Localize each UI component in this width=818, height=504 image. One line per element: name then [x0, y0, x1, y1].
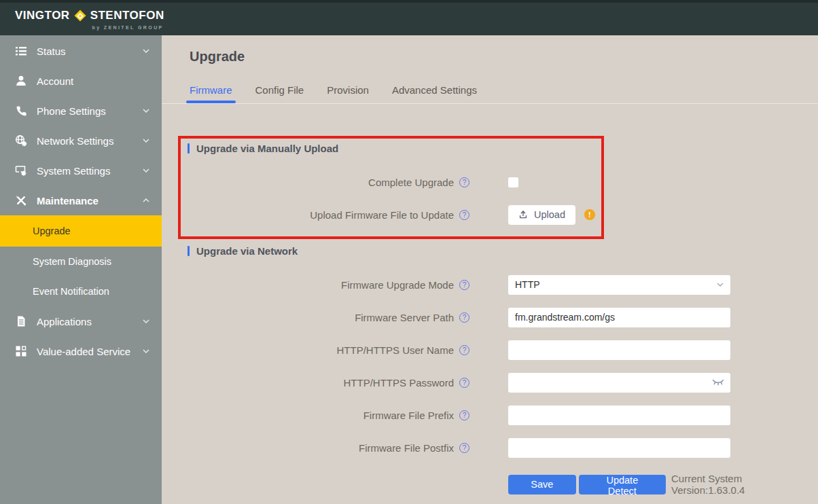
sidebar-subitem-label: System Diagnosis	[33, 256, 111, 267]
firmware-server-path-row: Firmware Server Path ?	[162, 301, 818, 334]
sidebar-item-label: Applications	[37, 316, 143, 327]
sidebar-subitem-upgrade[interactable]: Upgrade	[0, 215, 162, 247]
sidebar-item-system-settings[interactable]: System Settings	[0, 156, 162, 185]
sidebar-item-label: Phone Settings	[37, 105, 143, 117]
status-list-icon	[15, 45, 27, 57]
account-user-icon	[15, 75, 27, 87]
footer-actions: Save Update Detect Current System Versio…	[508, 468, 818, 501]
section-title: Upgrade via Manually Upload	[196, 143, 338, 154]
http-password-input[interactable]	[508, 373, 730, 393]
firmware-upgrade-mode-label: Firmware Upgrade Mode	[341, 279, 454, 291]
section-accent-bar	[188, 143, 190, 154]
tab-config-file[interactable]: Config File	[254, 84, 306, 103]
firmware-server-path-input[interactable]	[508, 308, 730, 327]
firmware-file-postfix-input[interactable]	[508, 438, 730, 458]
firmware-file-prefix-input[interactable]	[508, 406, 730, 425]
complete-upgrade-label: Complete Upgrade	[368, 177, 454, 188]
chevron-down-icon	[143, 109, 149, 113]
top-bar: VINGTOR STENTOFON by ZENITEL GROUP	[0, 0, 818, 35]
http-username-label: HTTP/HTTPS User Name	[336, 344, 454, 356]
system-monitor-gear-icon	[15, 164, 27, 177]
value-added-grid-icon	[15, 345, 27, 357]
brand-logo: VINGTOR STENTOFON by ZENITEL GROUP	[15, 7, 164, 30]
http-username-row: HTTP/HTTPS User Name ?	[162, 334, 818, 366]
upload-icon	[518, 210, 528, 219]
section-network-header: Upgrade via Network	[188, 245, 818, 256]
upload-button-label: Upload	[534, 209, 565, 220]
firmware-file-postfix-label: Firmware File Postfix	[359, 442, 454, 454]
brand-diamond-icon	[74, 10, 86, 22]
phone-icon	[15, 105, 27, 117]
http-password-label: HTTP/HTTPS Password	[343, 377, 454, 389]
chevron-down-icon	[143, 168, 149, 173]
warning-icon: !	[584, 209, 595, 220]
network-rows: Firmware Upgrade Mode ? HTTP Firmware Se…	[162, 268, 818, 464]
sidebar-subitem-event-notification[interactable]: Event Notification	[0, 276, 162, 306]
sidebar-item-maintenance[interactable]: Maintenance	[0, 185, 162, 215]
password-visibility-toggle-icon[interactable]	[712, 379, 724, 386]
chevron-down-icon	[717, 283, 724, 287]
sidebar-item-label: System Settings	[37, 165, 143, 177]
sidebar-item-network-settings[interactable]: Network Settings	[0, 126, 162, 156]
sidebar-item-account[interactable]: Account	[0, 66, 162, 96]
tab-divider	[162, 103, 818, 104]
sidebar-item-status[interactable]: Status	[0, 36, 162, 66]
chevron-down-icon	[143, 349, 149, 353]
help-icon[interactable]: ?	[459, 443, 469, 453]
sidebar-subitem-label: Event Notification	[33, 286, 109, 297]
firmware-file-prefix-row: Firmware File Prefix ?	[162, 399, 818, 431]
tab-firmware[interactable]: Firmware	[188, 84, 234, 103]
help-icon[interactable]: ?	[459, 345, 469, 355]
brand-name-right: STENTOFON	[90, 9, 164, 22]
sidebar-item-label: Value-added Service	[37, 346, 143, 357]
tab-bar: Firmware Config File Provision Advanced …	[188, 84, 818, 103]
firmware-file-prefix-label: Firmware File Prefix	[363, 410, 454, 421]
main-content: Upgrade Firmware Config File Provision A…	[162, 35, 818, 504]
network-globe-gear-icon	[15, 134, 27, 147]
sidebar-item-applications[interactable]: Applications	[0, 306, 162, 336]
sidebar-item-value-added-service[interactable]: Value-added Service	[0, 336, 162, 366]
firmware-upgrade-mode-row: Firmware Upgrade Mode ? HTTP	[162, 268, 818, 301]
sidebar-item-label: Network Settings	[37, 135, 143, 147]
upload-firmware-label: Upload Firmware File to Update	[310, 209, 454, 221]
chevron-down-icon	[143, 139, 149, 143]
upload-button[interactable]: Upload	[508, 205, 575, 225]
manual-upload-rows: Complete Upgrade ? Upload Firmware File …	[162, 166, 818, 231]
sidebar-item-label: Status	[37, 46, 143, 57]
sidebar-subitem-system-diagnosis[interactable]: System Diagnosis	[0, 247, 162, 276]
page-title: Upgrade	[190, 49, 818, 65]
help-icon[interactable]: ?	[459, 280, 469, 290]
http-password-row: HTTP/HTTPS Password ?	[162, 366, 818, 399]
help-icon[interactable]: ?	[459, 210, 469, 220]
upload-firmware-row: Upload Firmware File to Update ? Upload …	[162, 198, 818, 231]
maintenance-tools-icon	[15, 194, 27, 206]
tab-provision[interactable]: Provision	[325, 84, 370, 103]
firmware-file-postfix-row: Firmware File Postfix ?	[162, 431, 818, 464]
tab-advanced-settings[interactable]: Advanced Settings	[391, 84, 478, 103]
brand-name-left: VINGTOR	[15, 9, 70, 22]
firmware-server-path-label: Firmware Server Path	[355, 312, 454, 323]
firmware-upgrade-mode-select[interactable]: HTTP	[508, 275, 730, 295]
http-username-input[interactable]	[508, 340, 730, 360]
complete-upgrade-row: Complete Upgrade ?	[162, 166, 818, 198]
help-icon[interactable]: ?	[459, 177, 469, 187]
section-manual-upload-header: Upgrade via Manually Upload	[188, 143, 818, 154]
sidebar-subitem-label: Upgrade	[33, 226, 71, 236]
help-icon[interactable]: ?	[459, 312, 469, 323]
complete-upgrade-checkbox[interactable]	[508, 177, 518, 187]
brand-tagline: by ZENITEL GROUP	[15, 25, 164, 30]
chevron-down-icon	[143, 49, 149, 53]
help-icon[interactable]: ?	[459, 378, 469, 388]
section-title: Upgrade via Network	[196, 245, 298, 257]
save-button[interactable]: Save	[508, 475, 576, 494]
firmware-upgrade-mode-value: HTTP	[515, 279, 540, 290]
sidebar-item-label: Account	[37, 75, 149, 87]
chevron-up-icon	[143, 198, 149, 202]
app-window: VINGTOR STENTOFON by ZENITEL GROUP Statu…	[0, 0, 818, 504]
sidebar-item-label: Maintenance	[37, 195, 143, 206]
sidebar-item-phone-settings[interactable]: Phone Settings	[0, 96, 162, 126]
applications-document-icon	[15, 315, 27, 327]
help-icon[interactable]: ?	[459, 410, 469, 420]
update-detect-button[interactable]: Update Detect	[579, 475, 666, 494]
sidebar: Status Account Phone Settings Network Se…	[0, 35, 162, 504]
